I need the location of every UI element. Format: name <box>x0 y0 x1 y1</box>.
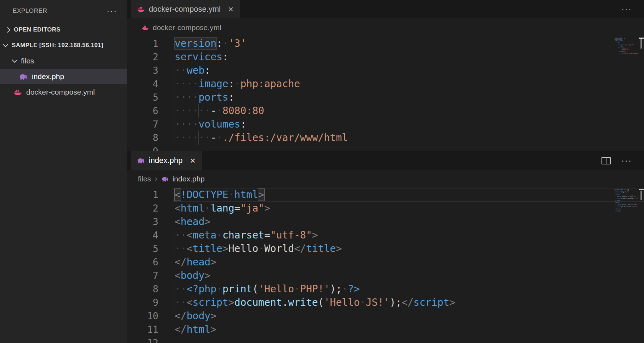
code-token: · <box>228 189 235 201</box>
minimap[interactable]: version:·'3'services:··web:····image:·ph… <box>597 38 638 151</box>
breadcrumb: docker-compose.yml <box>127 18 644 37</box>
code-area: 1<!DOCTYPE·html>2<html·lang="ja">3<head>… <box>127 188 644 343</box>
code-line[interactable]: 11</html> <box>127 323 644 336</box>
code-token: > <box>258 189 264 201</box>
code-line <box>599 212 638 214</box>
code-line[interactable]: 9··<script>document.write('Hello·JS!');<… <box>127 296 644 309</box>
tab-docker-compose[interactable]: docker-compose.yml × <box>131 0 240 18</box>
code-line[interactable]: 10</body> <box>127 309 644 323</box>
code-token: · <box>216 132 222 144</box>
code-line[interactable]: 6</head> <box>127 255 644 269</box>
code-token: <?php <box>187 283 216 295</box>
tree-item-index-php[interactable]: index.php <box>0 69 127 84</box>
code-token: : <box>228 78 235 90</box>
code-token: ······ <box>615 48 620 50</box>
code-token: ···· <box>615 50 618 52</box>
editor-group-bottom: index.php × ··· files › <box>127 151 644 343</box>
code-token: ./files:/var/www/html <box>622 52 638 54</box>
code-token: meta <box>193 229 216 241</box>
tab-index-php[interactable]: index.php × <box>131 151 202 170</box>
code-token: : <box>620 42 621 44</box>
chevron-down-icon <box>12 57 18 63</box>
close-icon[interactable]: × <box>228 5 233 14</box>
docker-icon <box>13 88 22 96</box>
code-line[interactable]: 8··<?php·print('Hello·PHP!');·?> <box>127 282 644 296</box>
scrollbar-slider[interactable] <box>640 39 642 49</box>
file-label: docker-compose.yml <box>26 88 95 96</box>
code-line[interactable]: 3··web: <box>127 64 644 77</box>
more-actions-icon[interactable]: ··· <box>621 156 632 165</box>
code-token: print <box>622 204 627 206</box>
code-line[interactable]: 1<!DOCTYPE·html> <box>127 188 644 202</box>
code-token: !DOCTYPE <box>181 189 228 201</box>
code-token: html <box>617 210 620 212</box>
code-token: image <box>198 78 228 90</box>
code-token: < <box>175 189 181 201</box>
code-line[interactable]: 8······-·./files:/var/www/html <box>127 131 644 145</box>
scrollbar[interactable] <box>638 188 644 343</box>
line-number: 7 <box>127 118 158 131</box>
minimap[interactable]: <!DOCTYPE·html><html·lang="ja"><head>··<… <box>597 189 638 343</box>
code-area: 1version:·'3'2services:3··web:4····image… <box>127 37 644 151</box>
code-token: < <box>187 229 193 241</box>
tree-item-files[interactable]: files <box>0 53 127 69</box>
code-token: html <box>235 189 258 201</box>
close-icon[interactable]: × <box>190 156 195 165</box>
more-actions-icon[interactable]: ··· <box>621 5 632 13</box>
breadcrumb-folder[interactable]: files <box>138 175 151 183</box>
code-token: volumes <box>198 118 240 130</box>
code-line[interactable]: 4····image:·php:apache <box>127 77 644 91</box>
code-token: PHP!' <box>634 204 638 206</box>
breadcrumb-file[interactable]: docker-compose.yml <box>153 23 221 32</box>
code-line[interactable]: 7····volumes: <box>127 118 644 131</box>
workspace-section[interactable]: SAMPLE [SSH: 192.168.56.101] <box>0 38 127 53</box>
split-editor-icon[interactable] <box>601 157 611 164</box>
code-line[interactable]: 9 <box>127 145 644 151</box>
explorer-more-icon[interactable]: ··· <box>107 7 117 15</box>
code-token: web <box>617 42 620 44</box>
explorer-title: EXPLORER <box>13 7 47 15</box>
code-token: : <box>204 64 210 76</box>
code-token: Hello <box>623 197 628 199</box>
code-line[interactable]: 5··<title>Hello·World</title> <box>127 242 644 255</box>
code-token: </ <box>175 310 187 322</box>
code-line[interactable]: 12 <box>127 336 644 343</box>
code-token: services <box>615 40 622 41</box>
code-token: php:apache <box>625 44 634 46</box>
code-token: ?> <box>348 283 360 295</box>
code-line[interactable]: 7<body> <box>127 269 644 282</box>
line-number: 4 <box>127 229 158 242</box>
indent-guide <box>175 91 175 104</box>
code-token: < <box>175 216 181 227</box>
indent-guide <box>198 131 199 145</box>
scrollbar[interactable] <box>638 37 644 151</box>
code-line[interactable]: 1version:·'3' <box>127 37 644 50</box>
scrollbar-slider[interactable] <box>640 191 642 200</box>
indent-guide <box>175 229 175 242</box>
indent-guide <box>175 77 175 91</box>
code-line[interactable]: 3<head> <box>127 215 644 229</box>
code-line[interactable]: 6······-·8080:80 <box>127 104 644 118</box>
code-token: · <box>204 202 210 214</box>
code-token: ·· <box>175 229 187 241</box>
code-token: html <box>187 324 210 335</box>
tab-label: docker-compose.yml <box>149 5 221 14</box>
tree-item-docker-compose[interactable]: docker-compose.yml <box>0 84 127 100</box>
code-line[interactable]: 5····ports: <box>127 91 644 104</box>
php-icon <box>137 157 145 164</box>
code-token: write <box>288 297 318 308</box>
breadcrumb-file[interactable]: index.php <box>173 175 205 183</box>
open-editors-section[interactable]: OPEN EDITORS <box>0 22 127 38</box>
code-token: ······ <box>175 105 210 117</box>
code-line[interactable]: 2<html·lang="ja"> <box>127 202 644 215</box>
editor-groups: docker-compose.yml × ··· docker-compose.… <box>127 0 644 343</box>
code-line[interactable]: 2services: <box>127 50 644 64</box>
code-token: head <box>616 193 620 195</box>
code-token: · <box>216 283 222 295</box>
code-token: !DOCTYPE <box>616 189 623 191</box>
code-token: > <box>635 195 637 197</box>
code-token: · <box>342 283 348 295</box>
code-token: 'Hello <box>324 297 360 308</box>
code-token: > <box>620 208 621 210</box>
code-line[interactable]: 4··<meta·charset="utf-8"> <box>127 229 644 242</box>
